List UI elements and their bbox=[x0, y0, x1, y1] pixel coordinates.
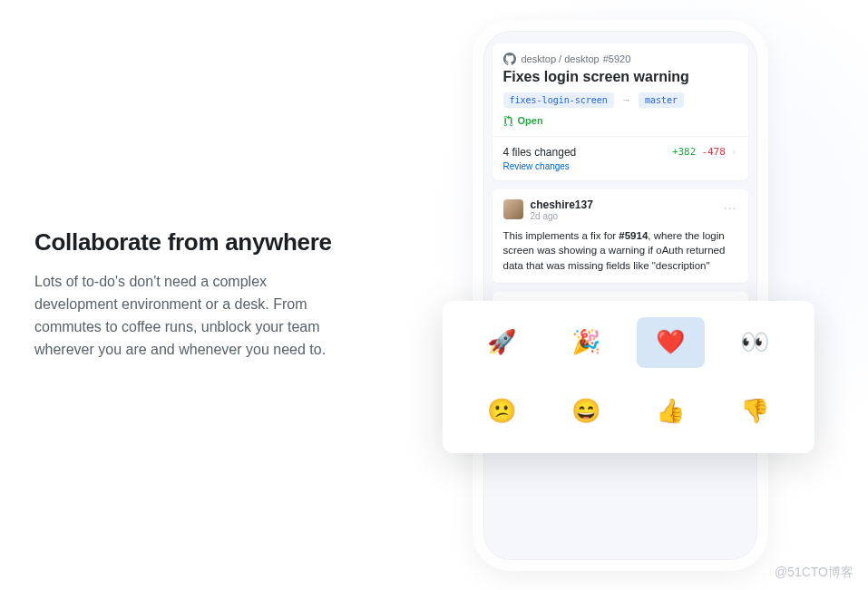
files-changed-label: 4 files changed bbox=[503, 146, 577, 159]
avatar[interactable] bbox=[503, 199, 523, 219]
pr-status: Open bbox=[518, 115, 543, 126]
arrow-right-icon: → bbox=[621, 94, 631, 105]
additions-count: +382 bbox=[672, 146, 697, 158]
marketing-copy: Collaborate from anywhere Lots of to-do'… bbox=[34, 228, 334, 361]
chevron-right-icon: › bbox=[731, 146, 737, 158]
reaction-laugh[interactable]: 😄 bbox=[552, 386, 620, 437]
reaction-confused[interactable]: 😕 bbox=[468, 386, 536, 437]
review-changes-link[interactable]: Review changes bbox=[503, 161, 577, 171]
pr-title: Fixes login screen warning bbox=[493, 65, 748, 92]
reaction-tada[interactable]: 🎉 bbox=[552, 317, 620, 368]
git-pull-request-icon bbox=[503, 115, 513, 127]
reaction-picker: 🚀🎉❤️👀😕😄👍👎 bbox=[443, 301, 814, 453]
comment-author[interactable]: cheshire137 bbox=[531, 198, 593, 211]
comment-timestamp: 2d ago bbox=[531, 211, 593, 221]
more-actions-icon[interactable]: ··· bbox=[724, 200, 737, 215]
comment-card: ··· cheshire137 2d ago This implements a… bbox=[493, 189, 748, 283]
headline: Collaborate from anywhere bbox=[34, 228, 334, 256]
pr-header-card: desktop / desktop #5920 Fixes login scre… bbox=[493, 44, 748, 180]
reaction-eyes[interactable]: 👀 bbox=[721, 317, 789, 368]
issue-reference[interactable]: #5914 bbox=[619, 230, 648, 241]
target-branch-tag[interactable]: master bbox=[639, 92, 684, 108]
comment-body: This implements a fix for #5914, where t… bbox=[503, 228, 737, 274]
deletions-count: -478 bbox=[701, 146, 726, 158]
watermark: @51CTO博客 bbox=[775, 565, 853, 581]
phone-mockup: desktop / desktop #5920 Fixes login scre… bbox=[473, 20, 768, 571]
reaction-rocket[interactable]: 🚀 bbox=[468, 317, 536, 368]
github-icon bbox=[503, 53, 516, 65]
source-branch-tag[interactable]: fixes-login-screen bbox=[503, 92, 614, 108]
body-text: Lots of to-do's don't need a complex dev… bbox=[34, 271, 334, 361]
issue-number: #5920 bbox=[603, 53, 631, 64]
repo-path: desktop / desktop bbox=[522, 53, 600, 64]
reaction-thumbs-down[interactable]: 👎 bbox=[721, 386, 789, 437]
repo-breadcrumb[interactable]: desktop / desktop #5920 bbox=[493, 44, 748, 65]
reaction-thumbs-up[interactable]: 👍 bbox=[637, 386, 705, 437]
reaction-heart[interactable]: ❤️ bbox=[637, 317, 705, 368]
files-changed-row[interactable]: 4 files changed Review changes +382 -478… bbox=[493, 136, 748, 180]
